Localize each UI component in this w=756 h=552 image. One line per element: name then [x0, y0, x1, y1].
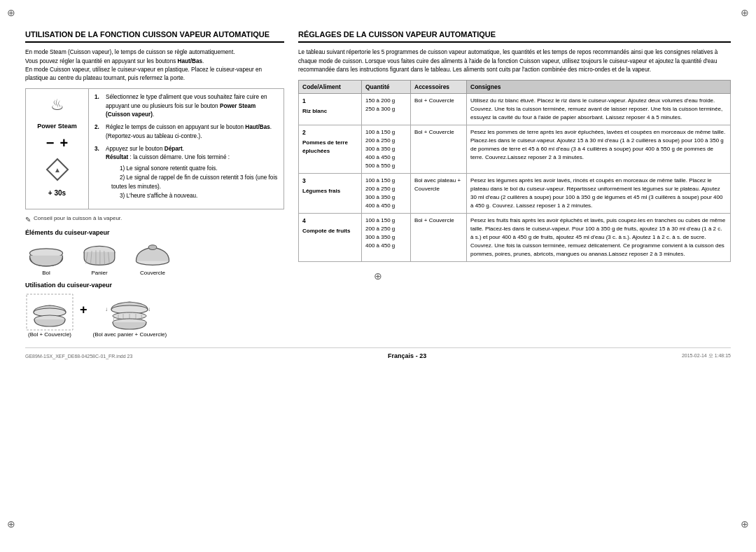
bol-panier-couvercle-assembly: ↓ ↓	[102, 293, 158, 331]
bol-couvercle-assembly: ↓ ↓	[25, 293, 74, 331]
corner-mark-bl: ⊕	[7, 518, 15, 530]
quantity-3: 100 à 150 g 200 à 250 g 300 à 350 g 400 …	[362, 174, 411, 214]
food-code-2: 2 Pommes de terre épluchées	[299, 125, 362, 174]
footer-center: Français - 23	[388, 352, 426, 359]
minus-icon: −	[46, 135, 55, 151]
minus-plus-controls: − +	[46, 135, 68, 151]
table-row: 1 Riz blanc 150 à 200 g 250 à 300 g Bol …	[299, 94, 731, 125]
step-3: 3. Appuyez sur le bouton Départ. Résulta…	[94, 145, 278, 200]
conseil-text: Conseil pour la cuisson à la vapeur.	[34, 215, 122, 221]
col-header-code: Code/Aliment	[299, 81, 362, 94]
panier-label: Panier	[91, 270, 107, 276]
panier-icon	[78, 240, 120, 270]
right-section-title: RÉGLAGES DE LA CUISSON VAPEUR AUTOMATIQU…	[298, 29, 731, 43]
util-bol-panier-couvercle: ↓ ↓	[93, 293, 167, 338]
utilisation-title: Utilisation du cuiseur-vapeur	[25, 282, 284, 289]
element-couvercle: Couvercle	[132, 240, 174, 276]
instructions-2: Pesez les pommes de terre après les avoi…	[467, 125, 731, 174]
bol-couvercle-label: (Bol + Couvercle)	[28, 331, 71, 338]
left-intro: En mode Steam (Cuisson vapeur), le temps…	[25, 48, 284, 83]
left-column: UTILISATION DE LA FONCTION CUISSON VAPEU…	[25, 29, 284, 338]
step-3-sublist: 1) Le signal sonore retentit quatre fois…	[106, 164, 278, 201]
sub-item-1: 1) Le signal sonore retentit quatre fois…	[111, 164, 278, 173]
step-2: 2. Réglez le temps de cuisson en appuyan…	[94, 123, 278, 141]
step-1: 1. Sélectionnez le type d'aliment que vo…	[94, 93, 278, 119]
bol-panier-couvercle-label: (Bol avec panier + Couvercle)	[93, 331, 167, 338]
steam-icon: ♨	[43, 95, 71, 121]
plus30s-label: + 30s	[48, 189, 66, 197]
food-code-4: 4 Compote de fruits	[299, 214, 362, 262]
table-intro: Le tableau suivant répertorie les 5 prog…	[298, 48, 731, 74]
element-panier: Panier	[78, 240, 120, 276]
svg-text:♨: ♨	[50, 96, 64, 113]
accessories-2: Bol + Couvercle	[411, 125, 467, 174]
instructions-4: Pesez les fruits frais après les avoir é…	[467, 214, 731, 262]
svg-point-14	[148, 245, 157, 250]
utilisation-row: ↓ ↓ (Bol + Couvercle) +	[25, 293, 284, 338]
quantity-4: 100 à 150 g 200 à 250 g 300 à 350 g 400 …	[362, 214, 411, 262]
step-3-text: Appuyez sur le bouton Départ. Résultat :…	[106, 145, 278, 200]
instruction-box: ♨ Power Steam − + ▲ +	[25, 88, 284, 209]
cooking-table: Code/Aliment Quantité Accessoires Consig…	[298, 80, 731, 262]
util-bol-couvercle: ↓ ↓ (Bol + Couvercle)	[25, 293, 74, 338]
corner-mark-tl: ⊕	[7, 7, 15, 18]
conseil-row: ✎ Conseil pour la cuisson à la vapeur.	[25, 215, 284, 223]
elements-row: Bol Panier	[25, 240, 284, 276]
accessories-1: Bol + Couvercle	[411, 94, 467, 125]
col-header-accessories: Accessoires	[411, 81, 467, 94]
info-icon: ✎	[25, 216, 31, 223]
plus-icon: +	[60, 135, 69, 151]
instructions-1: Utilisez du riz blanc étuvé. Placez le r…	[467, 94, 731, 125]
element-bol: Bol	[25, 240, 67, 276]
assembly-plus: +	[80, 303, 88, 317]
sub-item-3: 3) L'heure s'affiche à nouveau.	[111, 191, 278, 200]
couvercle-label: Couvercle	[140, 270, 165, 276]
icon-column: ♨ Power Steam − + ▲ +	[26, 89, 89, 209]
power-steam-label: Power Steam	[37, 123, 77, 130]
svg-text:▲: ▲	[54, 166, 61, 174]
table-header-row: Code/Aliment Quantité Accessoires Consig…	[299, 81, 731, 94]
content-wrapper: UTILISATION DE LA FONCTION CUISSON VAPEU…	[25, 29, 731, 338]
col-header-quantity: Quantité	[362, 81, 411, 94]
svg-text:↓: ↓	[105, 306, 108, 312]
quantity-2: 100 à 150 g 200 à 250 g 300 à 350 g 400 …	[362, 125, 411, 174]
table-row: 4 Compote de fruits 100 à 150 g 200 à 25…	[299, 214, 731, 262]
bol-icon	[25, 240, 67, 270]
footer-left: GE89M-1SX_XEF_DE68-04258C-01_FR.indd 23	[25, 354, 132, 359]
sub-item-2: 2) Le signal de rappel de fin de cuisson…	[111, 173, 278, 191]
food-code-1: 1 Riz blanc	[299, 94, 362, 125]
step-3-num: 3.	[94, 145, 103, 153]
step-1-num: 1.	[94, 93, 103, 102]
food-code-3: 3 Légumes frais	[299, 174, 362, 214]
instructions-3: Pesez les légumes après les avoir lavés,…	[467, 174, 731, 214]
page: ⊕ ⊕ ⊕ ⊕ ⊕ UTILISATION DE LA FONCTION CUI…	[0, 0, 756, 552]
instruction-steps: 1. Sélectionnez le type d'aliment que vo…	[89, 89, 284, 209]
corner-mark-tr: ⊕	[741, 7, 749, 18]
corner-mark-br: ⊕	[741, 518, 749, 530]
step-1-text: Sélectionnez le type d'aliment que vous …	[106, 93, 278, 119]
elements-title: Éléments du cuiseur-vapeur	[25, 229, 284, 236]
col-header-consignes: Consignes	[467, 81, 731, 94]
center-compass: ⊕	[374, 270, 382, 282]
step-2-num: 2.	[94, 123, 103, 132]
footer-right: 2015-02-14 오 1:48:15	[682, 352, 731, 359]
couvercle-icon	[132, 240, 174, 270]
table-row: 2 Pommes de terre épluchées 100 à 150 g …	[299, 125, 731, 174]
step-2-text: Réglez le temps de cuisson en appuyant s…	[106, 123, 278, 141]
svg-text:↓: ↓	[148, 306, 150, 312]
accessories-4: Bol + Couvercle	[411, 214, 467, 262]
right-column: RÉGLAGES DE LA CUISSON VAPEUR AUTOMATIQU…	[298, 29, 731, 338]
footer: GE89M-1SX_XEF_DE68-04258C-01_FR.indd 23 …	[25, 347, 731, 359]
accessories-3: Bol avec plateau + Couvercle	[411, 174, 467, 214]
quantity-1: 150 à 200 g 250 à 300 g	[362, 94, 411, 125]
start-icon: ▲	[45, 157, 70, 186]
table-row: 3 Légumes frais 100 à 150 g 200 à 250 g …	[299, 174, 731, 214]
left-section-title: UTILISATION DE LA FONCTION CUISSON VAPEU…	[25, 29, 284, 43]
bol-label: Bol	[42, 270, 50, 276]
